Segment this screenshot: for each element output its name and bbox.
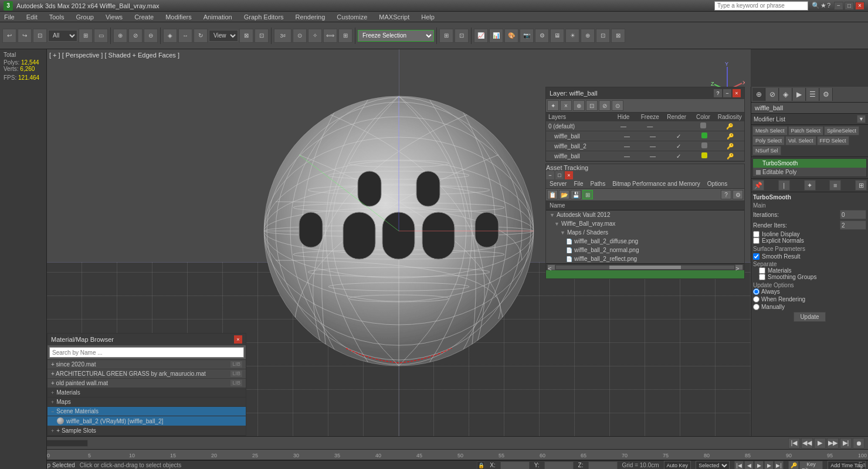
mesh-select-btn[interactable]: Mesh Select	[752, 126, 788, 135]
toolbar-rect-select[interactable]: ▭	[94, 29, 108, 43]
toolbar-move[interactable]: ⊞	[79, 29, 93, 43]
vol-select-btn[interactable]: Vol. Select	[785, 136, 816, 145]
layer-row-wiffle2[interactable]: wiffle_ball_2 — — ✓ 🔑	[546, 141, 744, 151]
toolbar-render[interactable]: 📷	[520, 29, 534, 43]
play-prev-key[interactable]: |◀	[788, 438, 800, 448]
menu-modifiers[interactable]: Modifiers	[164, 13, 194, 21]
asset-normal[interactable]: 📄 wiffle_ball_2_normal.png	[546, 246, 744, 254]
maximize-button[interactable]: □	[845, 2, 854, 10]
toolbar-rotate[interactable]: ↻	[194, 29, 208, 43]
asset-menu-server[interactable]: Server	[548, 180, 568, 188]
smooth-result-check[interactable]	[753, 253, 760, 260]
x-input[interactable]	[500, 461, 530, 470]
props-tab-modify[interactable]: ⊘	[766, 88, 779, 101]
props-tab-hierarchy[interactable]: ◈	[779, 88, 792, 101]
material-section-materials[interactable]: + Materials	[48, 388, 246, 397]
always-radio-input[interactable]	[753, 288, 760, 295]
nav-pipe[interactable]: ✦	[804, 180, 816, 191]
toolbar-select[interactable]: ⊡	[33, 29, 47, 43]
toolbar-snap[interactable]: ✧	[308, 29, 322, 43]
props-tab-display[interactable]: ☰	[806, 88, 819, 101]
toolbar-curve[interactable]: 📈	[474, 29, 488, 43]
layer-off[interactable]: ⊙	[612, 100, 623, 111]
menu-animation[interactable]: Animation	[202, 13, 234, 21]
menu-customize[interactable]: Customize	[335, 13, 369, 21]
toolbar-undo[interactable]: ↩	[2, 29, 16, 43]
z-input[interactable]	[588, 461, 618, 470]
set-key-button[interactable]: 🔑	[788, 461, 799, 470]
play-prev-frame[interactable]: ◀◀	[801, 438, 813, 448]
play-next-frame[interactable]: ▶▶	[827, 438, 839, 448]
play-button[interactable]: ▶	[814, 438, 826, 448]
render-iters-input[interactable]	[840, 220, 866, 230]
material-section-maps[interactable]: + Maps	[48, 397, 246, 407]
isoline-check[interactable]	[753, 231, 760, 237]
asset-scroll-track[interactable]	[555, 265, 735, 270]
nav-left[interactable]: |	[778, 180, 790, 191]
asset-vault[interactable]: ▼ Autodesk Vault 2012	[546, 210, 744, 219]
menu-views[interactable]: Views	[104, 13, 124, 21]
material-section-scene[interactable]: − Scene Materials	[48, 407, 246, 416]
toolbar-schematic[interactable]: 📊	[489, 29, 503, 43]
asset-save[interactable]: 💾	[571, 190, 581, 199]
menu-edit[interactable]: Edit	[25, 13, 39, 21]
menu-group[interactable]: Group	[74, 13, 96, 21]
play-next-key[interactable]: ▶|	[840, 438, 852, 448]
asset-reflect[interactable]: 📄 wiffle_ball_2_reflect.png	[546, 254, 744, 263]
bottom-prev[interactable]: ◀	[744, 461, 754, 470]
materials-check[interactable]	[759, 267, 765, 274]
layer-minimize[interactable]: ?	[714, 89, 722, 97]
nav-right[interactable]: ≡	[829, 180, 841, 191]
menu-graph-editors[interactable]: Graph Editors	[242, 13, 286, 21]
minimize-button[interactable]: −	[834, 2, 843, 10]
layer-hi[interactable]: ⊘	[599, 100, 611, 111]
y-input[interactable]	[544, 461, 574, 470]
iterations-input[interactable]	[840, 210, 866, 219]
layer-row-wiffle3[interactable]: wiffle_ball — — ✓ 🔑	[546, 151, 744, 161]
menu-help[interactable]: Help	[419, 13, 436, 21]
toolbar-activeShade[interactable]: ☀	[565, 29, 579, 43]
asset-menu-paths[interactable]: Paths	[589, 180, 607, 188]
asset-scroll-left[interactable]: <	[547, 264, 555, 270]
menu-maxscript[interactable]: MAXScript	[377, 13, 411, 21]
material-item-1[interactable]: + since 2020.mat LIB	[48, 360, 246, 369]
toolbar-redo[interactable]: ↪	[18, 29, 32, 43]
manually-radio[interactable]: Manually	[753, 304, 866, 310]
selected-dropdown[interactable]: Selected	[696, 461, 730, 470]
asset-diffuse[interactable]: 📄 wiffle_ball_2_diffuse.png	[546, 237, 744, 246]
material-section-sample[interactable]: + + Sample Slots	[48, 426, 246, 436]
toolbar-num[interactable]: 3d	[274, 29, 291, 43]
asset-view[interactable]: ⊞	[582, 190, 593, 199]
layer-row-default[interactable]: 0 (default) — — 🔑	[546, 121, 744, 131]
explicit-normals-checkbox[interactable]: Explicit Normals	[753, 237, 866, 244]
nav-pin[interactable]: 📌	[752, 180, 764, 191]
poly-select-btn[interactable]: Poly Select	[752, 136, 785, 145]
key-filters-button[interactable]: Key Filters...	[799, 461, 823, 470]
asset-menu-file[interactable]: File	[572, 180, 584, 188]
toolbar-material[interactable]: 🎨	[504, 29, 518, 43]
toolbar-view-select[interactable]: View	[209, 30, 238, 42]
patch-select-btn[interactable]: Patch Select	[788, 126, 824, 135]
asset-maps-folder[interactable]: ▼ Maps / Shaders	[546, 228, 744, 237]
layer-delete[interactable]: ×	[560, 100, 572, 111]
asset-max-file[interactable]: ▼ Wiffle_Ball_vray.max	[546, 219, 744, 228]
material-item-2[interactable]: + ARCHITECTURAL GREEN GRASS by ark_mauru…	[48, 369, 246, 379]
modifier-editable-poly[interactable]: Editable Poly	[753, 168, 866, 176]
explicit-normals-check[interactable]	[753, 237, 760, 244]
always-radio[interactable]: Always	[753, 288, 866, 295]
toolbar-more3[interactable]: ⊠	[611, 29, 625, 43]
toolbar-pivot[interactable]: ⊙	[293, 29, 307, 43]
nav-grid[interactable]: ⊞	[855, 180, 867, 191]
bottom-play[interactable]: ▶	[754, 461, 764, 470]
material-scene-item-1[interactable]: wiffle_ball_2 (VRayMtl) [wiffle_ball_2]	[48, 416, 246, 426]
asset-open[interactable]: 📂	[559, 190, 569, 199]
menu-rendering[interactable]: Rendering	[294, 13, 327, 21]
material-item-3[interactable]: + old painted wall.mat LIB	[48, 379, 246, 388]
asset-minimize[interactable]: −	[546, 171, 554, 179]
toolbar-scale2[interactable]: ⊡	[255, 29, 269, 43]
timeline-ruler[interactable]: 0 5 10 15 20 25 30 35 40 45 50 55 60 65 …	[0, 450, 868, 460]
toolbar-more2[interactable]: ⊡	[596, 29, 610, 43]
ffd-select-btn[interactable]: FFD Select	[817, 136, 849, 145]
title-search-input[interactable]	[714, 1, 808, 11]
material-search-input[interactable]	[49, 347, 244, 358]
